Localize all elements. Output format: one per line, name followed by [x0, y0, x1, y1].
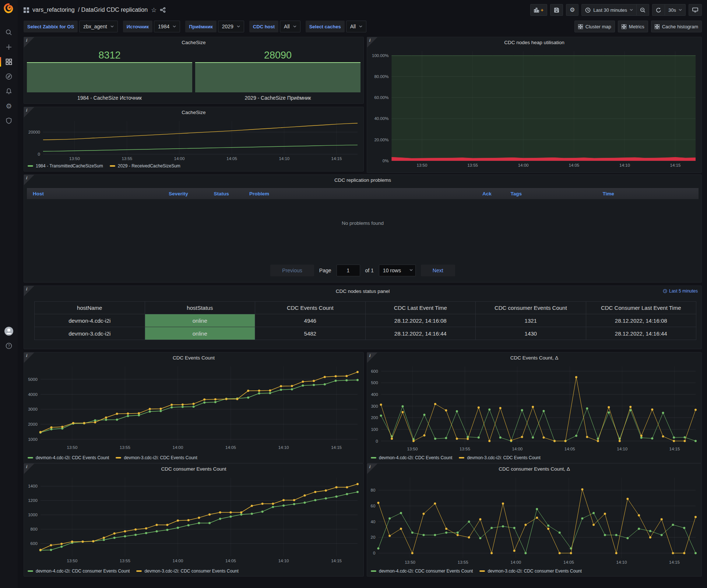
variable-label[interactable]: CDC host — [249, 21, 278, 32]
consumer-events-count-chart[interactable]: 60080010001200140013:5013:5514:0014:0514… — [24, 474, 363, 567]
panel-info-icon[interactable]: i — [367, 37, 377, 47]
panel-info-icon[interactable]: i — [367, 464, 377, 474]
variable-label[interactable]: Приёмник — [185, 21, 216, 32]
chevron-down-icon — [110, 25, 114, 28]
variable-label[interactable]: Select Zabbix for OS — [24, 21, 78, 32]
rows-per-page-select[interactable]: 10 rows — [379, 265, 416, 276]
link-cache-histogram[interactable]: Cache histogram — [651, 21, 702, 32]
create-plus-icon[interactable] — [0, 40, 18, 54]
column-header[interactable]: hostStatus — [145, 302, 255, 314]
svg-text:60: 60 — [371, 504, 376, 508]
panel-info-icon[interactable]: i — [24, 107, 34, 117]
panel-title[interactable]: CacheSize — [182, 110, 205, 115]
save-dashboard-button[interactable] — [550, 4, 563, 16]
configuration-gear-icon[interactable]: ⚙ — [0, 99, 18, 113]
panel-info-icon[interactable]: i — [24, 286, 34, 296]
column-header-severity[interactable]: Severity — [167, 191, 212, 196]
favorite-star-icon[interactable]: ☆ — [151, 6, 156, 14]
heap-utilisation-chart[interactable]: 0%20.00%40.00%60.00%80.00%100.00%13:5013… — [367, 47, 701, 170]
tv-mode-button[interactable] — [689, 4, 702, 16]
column-header[interactable]: CDC Last Event Time — [365, 302, 476, 314]
panel-title[interactable]: CDC nodes heap utilisation — [504, 40, 564, 45]
share-icon[interactable] — [160, 7, 166, 13]
legend-item[interactable]: 1984 - TransmittedCacheSizeSum — [28, 163, 103, 169]
add-panel-button[interactable]: + — [530, 4, 547, 16]
column-header[interactable]: hostName — [35, 302, 145, 314]
column-header[interactable]: CDC Consumer Last Event Time — [586, 302, 696, 314]
panel-cachesize-trend: i CacheSize 02000013:5013:5514:0014:0514… — [24, 107, 364, 171]
svg-text:100.00%: 100.00% — [372, 53, 388, 58]
panel-consumer-events-count-delta: i CDC consumer Events Count, Δ 020406080… — [367, 463, 702, 577]
column-header-time[interactable]: Time — [601, 191, 699, 196]
panel-info-icon[interactable]: i — [367, 353, 377, 363]
breadcrumb: vars_refactoring / DataGrid CDC replicat… — [24, 6, 166, 14]
chart-legend: devmon-4.cdc-i2i: CDC consumer Events Co… — [24, 567, 363, 576]
column-header[interactable]: CDC consumer Events Count — [476, 302, 586, 314]
panel-title[interactable]: CDC consumer Events Count, Δ — [499, 466, 570, 472]
legend-item[interactable]: devmon-3.cdc-i2i: CDC Events Count — [116, 455, 197, 460]
events-count-delta-chart[interactable]: 010020030040050060013:5013:5514:0014:051… — [367, 363, 701, 454]
previous-page-button[interactable]: Previous — [270, 265, 314, 276]
breadcrumb-folder[interactable]: vars_refactoring — [32, 7, 75, 13]
consumer-events-count-delta-chart[interactable]: 02040608013:5013:5514:0014:0514:1014:15 — [367, 474, 701, 567]
svg-text:13:55: 13:55 — [458, 560, 468, 564]
user-avatar[interactable] — [0, 324, 18, 339]
column-header-problem[interactable]: Problem — [248, 191, 481, 196]
panel-title[interactable]: CDC replication problems — [334, 177, 391, 183]
admin-shield-icon[interactable] — [0, 113, 18, 128]
legend-item[interactable]: devmon-4.cdc-i2i: CDC Events Count — [371, 455, 452, 460]
panel-time-range-link[interactable]: Last 5 minutes — [663, 288, 698, 294]
legend-item[interactable]: devmon-4.cdc-i2i: CDC consumer Events Co… — [28, 568, 130, 574]
panel-title[interactable]: CDC Events Count, Δ — [510, 355, 559, 361]
next-page-button[interactable]: Next — [421, 265, 455, 276]
panel-info-icon[interactable]: i — [24, 464, 34, 474]
legend-item[interactable]: devmon-3.cdc-i2i: CDC Events Count — [459, 455, 540, 460]
svg-text:100: 100 — [371, 427, 378, 432]
events-count-chart[interactable]: 1000200030004000500013:5013:5514:0014:05… — [24, 363, 363, 454]
alerting-bell-icon[interactable] — [0, 84, 18, 99]
cell-events-count: 4946 — [255, 314, 366, 327]
legend-item[interactable]: devmon-3.cdc-i2i: CDC consumer Events Co… — [479, 568, 581, 574]
dashboard-settings-button[interactable]: ⚙ — [566, 4, 578, 16]
legend-item[interactable]: devmon-4.cdc-i2i: CDC Events Count — [28, 455, 109, 460]
variable-label[interactable]: Источник — [123, 21, 152, 32]
grafana-logo[interactable] — [3, 3, 15, 15]
search-icon[interactable] — [0, 25, 18, 40]
svg-text:13:50: 13:50 — [405, 560, 415, 564]
variable-value-dropdown[interactable]: All — [346, 21, 367, 32]
dashboards-icon[interactable] — [0, 54, 18, 69]
variable-label[interactable]: Select caches — [306, 21, 345, 32]
column-header-host[interactable]: Host — [27, 191, 167, 196]
time-range-picker[interactable]: Last 30 minutes — [581, 4, 637, 16]
page-input[interactable] — [337, 265, 360, 276]
legend-item[interactable]: devmon-3.cdc-i2i: CDC consumer Events Co… — [136, 568, 238, 574]
panel-info-icon[interactable]: i — [24, 353, 34, 363]
svg-text:2000: 2000 — [28, 422, 38, 426]
column-header-tags[interactable]: Tags — [509, 191, 601, 196]
cachesize-trend-chart[interactable]: 02000013:5013:5514:0014:0514:1014:15 — [24, 117, 363, 162]
variable-value-dropdown[interactable]: 1984 — [154, 21, 180, 32]
panel-info-icon[interactable]: i — [24, 175, 34, 185]
panel-info-icon[interactable]: i — [24, 37, 34, 47]
link-cluster-map[interactable]: Cluster map — [574, 21, 615, 32]
zoom-out-time-button[interactable] — [637, 4, 649, 16]
explore-compass-icon[interactable] — [0, 69, 18, 84]
panel-title[interactable]: CacheSize — [182, 40, 205, 45]
legend-item[interactable]: 2029 - ReceivedCacheSizeSum — [110, 163, 180, 169]
column-header[interactable]: CDC Events Count — [255, 302, 366, 314]
variable-value-dropdown[interactable]: All — [280, 21, 300, 32]
column-header-ack[interactable]: Ack — [481, 191, 509, 196]
variable-value-dropdown[interactable]: zbx_agent — [79, 21, 118, 32]
panel-title[interactable]: CDC Events Count — [173, 355, 215, 361]
refresh-button[interactable] — [652, 4, 665, 16]
link-metrics[interactable]: Metrics — [618, 21, 648, 32]
svg-text:400: 400 — [371, 392, 378, 397]
svg-text:14:10: 14:10 — [278, 445, 289, 450]
panel-title[interactable]: CDC nodes status panel — [336, 288, 390, 294]
legend-item[interactable]: devmon-4.cdc-i2i: CDC consumer Events Co… — [371, 568, 473, 574]
column-header-status[interactable]: Status — [212, 191, 248, 196]
refresh-interval-button[interactable]: 30s — [665, 4, 686, 16]
variable-value-dropdown[interactable]: 2029 — [218, 21, 244, 32]
panel-title[interactable]: CDC consumer Events Count — [161, 466, 226, 472]
help-icon[interactable]: ? — [0, 339, 18, 353]
